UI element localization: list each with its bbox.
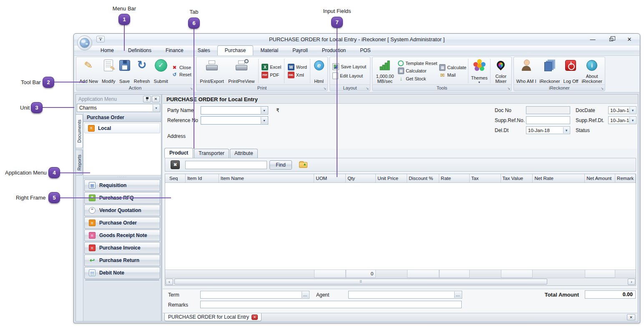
column-header-item-name[interactable]: Item Name <box>219 174 314 182</box>
chevron-down-icon[interactable]: ▾ <box>629 107 636 113</box>
save-button[interactable]: Save <box>118 57 131 85</box>
themes-button[interactable]: Themes ▼ <box>469 57 489 85</box>
calculator-button[interactable]: ▦ Calculator <box>398 67 437 74</box>
template-reset-button[interactable]: Template Reset <box>398 60 437 66</box>
menu-tab-definitions[interactable]: Definitions <box>121 46 158 55</box>
chevron-down-icon[interactable]: ▾ <box>629 117 636 123</box>
group-expand-icon[interactable]: ↘ <box>601 87 604 90</box>
calculate-button[interactable]: ▦ Calculate <box>439 64 466 71</box>
tab-attribute[interactable]: Attribute <box>230 149 258 158</box>
close-button[interactable]: ✖ Close <box>171 65 191 70</box>
get-stock-button[interactable]: ↓ Get Stock <box>398 75 437 82</box>
add-new-button[interactable]: ✎ Add New <box>78 57 99 85</box>
supp-ref-no-input[interactable] <box>526 116 570 124</box>
menu-tab-sales[interactable]: Sales <box>191 46 217 55</box>
del-dt-picker[interactable]: 10-Jan-18 ▾ <box>526 126 570 134</box>
who-am-i-button[interactable]: Who AM I <box>515 57 538 85</box>
print-export-button[interactable]: Print/Export <box>199 57 225 85</box>
restore-button[interactable] <box>605 35 617 43</box>
column-header-unit-price[interactable]: Unit Price <box>376 174 407 182</box>
nav-debit-note[interactable]: ▤ Debit Note <box>84 267 160 279</box>
splitter-handle[interactable]: ····· <box>83 175 161 179</box>
modify-button[interactable]: ✎ Modify <box>101 57 116 85</box>
close-window-button[interactable]: ✕ <box>623 35 636 43</box>
clear-search-button[interactable]: ✖ <box>171 160 180 169</box>
nav-purchase-return[interactable]: ↩ Purchase Return <box>84 255 160 266</box>
reset-button[interactable]: ↺ Reset <box>171 72 191 77</box>
party-name-combo[interactable]: ▼ <box>201 106 268 115</box>
menu-tab-payroll[interactable]: Payroll <box>285 46 315 55</box>
import-button[interactable]: ▲ <box>298 160 308 169</box>
menu-tab-material[interactable]: Material <box>253 46 285 55</box>
pin-button[interactable] <box>143 96 151 102</box>
remarks-input[interactable] <box>200 301 462 308</box>
print-preview-button[interactable]: PrintPreView <box>227 57 256 85</box>
pdf-export-button[interactable]: PDF PDF <box>262 72 281 78</box>
mail-button[interactable]: ✉ Mail <box>439 72 466 78</box>
column-header-item-id[interactable]: Item Id <box>186 174 219 182</box>
tab-transporter[interactable]: Transporter <box>194 149 229 158</box>
menu-tab-pos[interactable]: POS <box>353 46 377 55</box>
nav-requisition[interactable]: ▦ Requisition <box>84 180 160 191</box>
tab-product[interactable]: Product <box>164 148 193 158</box>
submit-button[interactable]: ✓ Submit <box>153 57 169 85</box>
edit-layout-button[interactable]: Edit Layout <box>332 72 370 79</box>
agent-input[interactable] <box>349 291 454 298</box>
column-header-rate[interactable]: Rate <box>439 174 470 182</box>
column-header-tax-value[interactable]: Tax Value <box>501 174 533 182</box>
menu-group-purchase-order[interactable]: Purchase Order <box>83 113 161 122</box>
nav-purchase-order[interactable]: ≡ Purchase Order <box>84 217 160 229</box>
word-export-button[interactable]: W Word <box>288 64 307 70</box>
scroll-left-button[interactable]: ‹ <box>166 279 173 285</box>
column-header-seq[interactable]: Seq <box>168 174 186 182</box>
close-panel-button[interactable]: ✕ <box>152 96 160 102</box>
minimize-button[interactable]: — <box>586 35 599 43</box>
log-off-button[interactable]: Log Off <box>562 57 580 85</box>
column-header-uom[interactable]: UOM <box>314 174 346 182</box>
nav-goods-receipt-note[interactable]: ≡ Goods Receipt Note <box>84 230 160 241</box>
column-header-net-amount[interactable]: Net Amount <box>585 174 615 182</box>
column-header-qty[interactable]: Qty <box>346 174 376 182</box>
column-header-discount[interactable]: Discount % <box>407 174 439 182</box>
html-export-button[interactable]: e Html <box>313 57 325 85</box>
unit-selector[interactable]: Charms ▾ <box>77 104 160 112</box>
document-tab[interactable]: PURCHASE ORDER for Local Entry ✕ <box>164 313 262 321</box>
color-mixer-button[interactable]: Color Mixer <box>491 57 511 85</box>
nav-purchase-invoice[interactable]: ≡ Purchase Invoice <box>84 242 160 254</box>
column-header-net-rate[interactable]: Net Rate <box>533 174 585 182</box>
term-input[interactable] <box>201 291 302 298</box>
grid-body[interactable] <box>165 183 636 270</box>
group-expand-icon[interactable]: ↘ <box>323 87 326 90</box>
save-layout-button[interactable]: Save Layout <box>332 63 370 70</box>
menu-tab-finance[interactable]: Finance <box>158 46 191 55</box>
group-expand-icon[interactable]: ↘ <box>507 87 510 90</box>
refresh-button[interactable]: ↻ Refresh <box>133 57 151 85</box>
close-document-icon[interactable]: ✕ <box>252 315 258 320</box>
xml-export-button[interactable]: XML Xml <box>288 72 307 78</box>
menu-tab-production[interactable]: Production <box>315 46 353 55</box>
column-header-tax[interactable]: Tax <box>470 174 501 182</box>
dropdown-arrow-icon[interactable]: ▼ <box>261 117 267 124</box>
menu-item-local[interactable]: ≡ Local <box>84 123 160 133</box>
group-expand-icon[interactable]: ↘ <box>190 87 193 90</box>
ireckoner-button[interactable]: iReckoner <box>538 57 561 85</box>
close-tab-bar-button[interactable]: ✕ <box>627 314 635 320</box>
menu-tab-home[interactable]: Home <box>93 46 121 55</box>
reference-no-combo[interactable]: ▼ <box>201 116 268 125</box>
chevron-down-icon[interactable]: ▾ <box>563 127 569 133</box>
excel-export-button[interactable]: X Excel <box>262 64 281 70</box>
doc-no-input[interactable] <box>526 106 570 114</box>
about-ireckoner-button[interactable]: i About iReckoner <box>580 57 604 85</box>
group-expand-icon[interactable]: ↘ <box>366 87 369 90</box>
quick-access-toolbar-button[interactable]: ▾ <box>96 36 105 42</box>
nav-vendor-quotation[interactable]: “ Vendor Quotation <box>84 205 160 216</box>
scroll-right-button[interactable]: › <box>628 279 635 285</box>
find-button[interactable]: Find <box>269 160 292 170</box>
menu-tab-purchase[interactable]: Purchase <box>217 45 254 55</box>
column-header-remark[interactable]: Remark <box>615 174 636 182</box>
side-tab-reports[interactable]: Reports <box>76 150 83 175</box>
doc-date-picker[interactable]: 10-Jan-18 ▾ <box>608 106 636 114</box>
side-tab-documents[interactable]: Documents <box>76 114 83 148</box>
dropdown-arrow-icon[interactable]: ▼ <box>261 107 267 114</box>
search-input[interactable] <box>185 161 267 169</box>
